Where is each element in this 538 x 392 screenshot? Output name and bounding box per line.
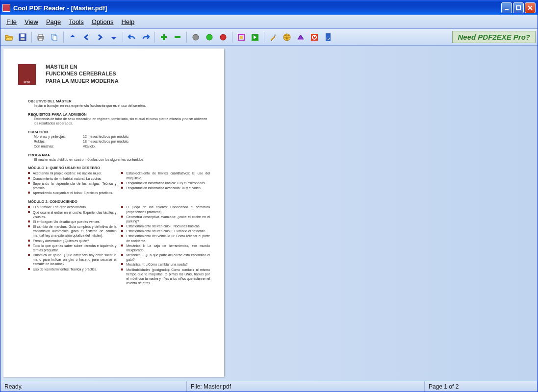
menu-view[interactable]: View: [21, 16, 42, 27]
menu-options[interactable]: Options: [88, 16, 118, 27]
list-item: Geometría descriptiva avanzada: ¿cabe el…: [121, 215, 209, 223]
list-item: Mecánica III: ¿Cómo cambiar una rueda?: [121, 262, 209, 267]
list-item: Estacionamiento del vehículo III: Cómo r…: [121, 234, 209, 243]
open-button[interactable]: [2, 31, 15, 44]
first-page-button[interactable]: [66, 31, 79, 44]
list-item: Conocimiento de mi hábitat natural: La c…: [28, 176, 116, 181]
document-area[interactable]: MÁSTER EN FUNCIONES CEREBRALES PARA LA M…: [0, 46, 538, 381]
prev-page-button[interactable]: [80, 31, 93, 44]
modulo2-heading: MÓDULO 2: CONDUCIENDO: [28, 199, 212, 204]
svg-rect-18: [299, 39, 303, 40]
undo-button[interactable]: [126, 31, 138, 44]
window-title: Cool PDF Reader - [Master.pdf]: [13, 4, 501, 12]
list-item: Superando la dependencia de las amigas: …: [28, 181, 116, 190]
last-page-button[interactable]: [107, 31, 120, 44]
statusbar: Ready. File: Master.pdf Page 1 of 2: [0, 381, 538, 392]
list-item: Mecánica I: La caja de herramientas, ese…: [121, 244, 209, 252]
svg-rect-1: [516, 6, 520, 10]
print-button[interactable]: [34, 31, 47, 44]
menu-help[interactable]: Help: [117, 16, 138, 27]
objetivo-heading: OBJETIVO DEL MÁSTER: [28, 99, 212, 103]
list-item: El automóvil: Ese gran desconocido.: [28, 205, 116, 209]
list-item: Estacionamiento del vehículo I: Nociones…: [121, 224, 209, 228]
list-item: Multihabilidades (postgrado): Cómo condu…: [121, 268, 209, 286]
status-page: Page 1 of 2: [425, 381, 538, 392]
modulo2-list-a: El automóvil: Ese gran desconocido.Qué o…: [28, 205, 116, 286]
iese-logo: [18, 64, 36, 85]
list-item: Dinámica de grupo: ¿Qué diferencia hay e…: [28, 253, 116, 267]
list-item: Estacionamiento del vehículo II: Evitand…: [121, 229, 209, 233]
list-item: Establecimiento de límites cuantitativos…: [121, 171, 209, 180]
modulo1-list-b: Establecimiento de límites cuantitativos…: [121, 171, 209, 196]
duracion-heading: DURACIÓN: [28, 130, 212, 134]
list-item: Programación informática básica: Tú y el…: [121, 181, 209, 185]
toolbar: Need PDF2EXE Pro?: [0, 29, 538, 46]
list-item: Mecánica II: ¿En qué parte del coche est…: [121, 253, 209, 262]
list-item: Todo lo que querías saber sobre derecha …: [28, 244, 116, 252]
list-item: Qué ocurre al entrar en el coche: Experi…: [28, 210, 116, 219]
doc-title-2: FUNCIONES CEREBRALES: [46, 71, 116, 76]
zoom-in-button[interactable]: [157, 31, 170, 44]
programa-heading: PROGRAMA: [28, 153, 212, 157]
doc-title-1: MÁSTER EN: [46, 64, 77, 70]
save-button[interactable]: [16, 31, 29, 44]
svg-rect-3: [21, 34, 25, 37]
power-button[interactable]: [308, 31, 321, 44]
list-item: Aprendiendo a organizar el bolso: Ejerci…: [28, 191, 116, 195]
svg-rect-7: [39, 38, 43, 41]
list-item: Programación informática avanzada: Tú y …: [121, 186, 209, 190]
svg-point-10: [193, 34, 199, 40]
app-icon: [2, 4, 10, 12]
help-button[interactable]: [294, 31, 307, 44]
maximize-button[interactable]: [513, 2, 524, 13]
titlebar: Cool PDF Reader - [Master.pdf]: [0, 0, 538, 15]
svg-rect-9: [53, 36, 57, 41]
requisitos-heading: REQUISITOS PARA LA ADMISIÓN: [28, 112, 212, 117]
svg-rect-4: [21, 38, 25, 40]
web-button[interactable]: [281, 31, 293, 44]
menu-file[interactable]: File: [2, 16, 21, 27]
go-button[interactable]: [249, 31, 261, 44]
pdf-page: MÁSTER EN FUNCIONES CEREBRALES PARA LA M…: [3, 49, 224, 377]
fit-page-button[interactable]: [235, 31, 248, 44]
menu-tools[interactable]: Tools: [65, 16, 87, 27]
minimize-button[interactable]: [501, 2, 512, 13]
svg-point-11: [206, 34, 212, 40]
modulo1-heading: MÓDULO 1: QUIERO USAR MI CEREBRO: [28, 166, 212, 170]
menu-page[interactable]: Page: [42, 16, 65, 27]
settings-button[interactable]: [267, 31, 280, 44]
list-item: El cambio de marchas: Guía completa y de…: [28, 224, 116, 238]
next-page-button[interactable]: [94, 31, 106, 44]
redo-button[interactable]: [139, 31, 152, 44]
dropdown-icon[interactable]: [322, 31, 334, 44]
svg-point-16: [274, 34, 276, 36]
status-ready: Ready.: [0, 381, 187, 392]
list-item: Uso de los intermitentes: Teórica y prác…: [28, 267, 116, 271]
status-green-icon[interactable]: [203, 31, 216, 44]
modulo1-list-a: Aceptando mi propio destino: He nacido m…: [28, 171, 116, 196]
svg-rect-0: [505, 9, 509, 10]
copy-button[interactable]: [48, 31, 61, 44]
promo-link[interactable]: Need PDF2EXE Pro?: [452, 31, 536, 43]
svg-point-12: [220, 34, 226, 40]
svg-rect-6: [39, 34, 43, 36]
objetivo-text: Iniciar a la mujer en esa experiencia fa…: [34, 103, 212, 108]
status-gray-icon[interactable]: [189, 31, 202, 44]
status-file: File: Master.pdf: [187, 381, 425, 392]
list-item: Aceptando mi propio destino: He nacido m…: [28, 171, 116, 175]
status-red-icon[interactable]: [217, 31, 230, 44]
doc-title-3: PARA LA MUJER MODERNA: [46, 78, 119, 84]
list-item: El juego de los colores: Conociendo el s…: [121, 205, 209, 214]
programa-text: El master esta dividido en cuatro módulo…: [34, 157, 212, 162]
zoom-out-button[interactable]: [171, 31, 184, 44]
close-button[interactable]: [525, 2, 536, 13]
requisitos-text: Existencia de tutor de sexo masculino en…: [34, 117, 212, 126]
svg-rect-14: [240, 36, 243, 39]
menubar: File View Page Tools Options Help: [0, 15, 538, 29]
list-item: El embrague: Un desafío que puedes vence…: [28, 220, 116, 224]
modulo2-list-b: El juego de los colores: Conociendo el s…: [121, 205, 209, 286]
list-item: Freno y acelerador: ¿Quién es quién?: [28, 239, 116, 243]
